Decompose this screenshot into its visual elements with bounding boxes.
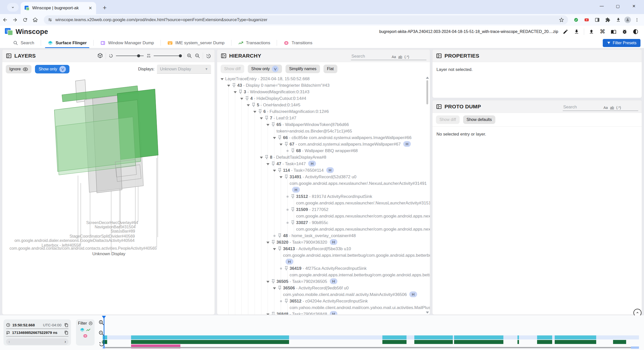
tree-node[interactable]: LayerTraceEntry - 2024-04-18, 15:50:52.6… [217,76,430,82]
tab-window-manager-dump[interactable]: Window Manager Dump [94,38,160,48]
pin-icon[interactable] [291,220,295,225]
reload-button[interactable] [20,15,30,25]
filter-collapse-icon[interactable] [89,321,93,326]
flat-button[interactable]: Flat [324,65,337,73]
pin-icon[interactable] [277,233,282,238]
displays-dropdown[interactable]: Unknown Display▼ [157,65,211,74]
side-panel-icon[interactable] [593,15,602,25]
timeline-track[interactable] [103,315,641,350]
expand-caret-icon[interactable] [279,144,283,146]
back-button[interactable] [0,15,10,25]
pin-icon[interactable] [271,279,275,284]
expand-caret-icon[interactable] [266,281,269,283]
tab-close-button[interactable]: ✕ [87,5,94,11]
simplify-names-button[interactable]: Simplify names [286,65,320,73]
tab-search[interactable]: Search [7,38,41,48]
tree-node[interactable]: 6 - FullscreenMagnification:0:12#6 [217,108,430,115]
pin-icon[interactable] [258,109,262,114]
next-entry-button[interactable]: › [65,339,66,344]
pin-icon[interactable] [291,207,295,212]
extension-youtube-icon[interactable] [582,15,591,25]
collapse-panel-icon[interactable] [436,104,442,110]
zoom-in-icon[interactable] [187,53,192,59]
tree-node[interactable]: 7 - Leaf:0:1#7 [217,115,430,121]
scroll-up-icon[interactable] [426,77,429,79]
pin-icon[interactable] [284,299,289,303]
expand-caret-icon[interactable] [266,242,269,244]
regex-icon[interactable]: (.*) [616,106,621,110]
expand-caret-icon[interactable] [279,176,283,178]
tree-node[interactable]: 68 - Wallpaper BBQ wrapper#68 [217,148,430,154]
match-case-icon[interactable]: Aa [603,106,608,110]
tree-node[interactable]: 36320 - Task=7900#36320H [217,239,430,246]
zoom-out-icon[interactable] [195,53,200,59]
extension-adblock-icon[interactable] [572,15,581,25]
pin-icon[interactable] [251,103,256,107]
pin-icon[interactable] [271,240,275,244]
window-minimize-button[interactable]: — [594,0,610,12]
tab-search-button[interactable] [7,3,19,12]
forward-button[interactable] [10,15,20,25]
tree-node[interactable]: 43 - Display 0 name="Integrierter Bildsc… [217,82,430,89]
tree-node[interactable]: 31512 - 81917d ActivityRecordInputSink c… [217,193,430,206]
proto-show-diff-button[interactable]: Show diff [436,115,460,124]
tree-node[interactable]: 36505 - Task=7902#36505H [217,278,430,285]
match-word-icon[interactable]: ab [398,55,402,59]
pin-icon[interactable] [264,155,269,159]
timeline-scroll-thumb[interactable] [631,346,639,349]
tab-surface-flinger[interactable]: Surface Flinger [41,38,93,48]
upload-icon[interactable] [588,28,595,35]
layers-3d-canvas[interactable]: Unknown Display ScreenDecorHwcOverlay#64… [2,76,215,315]
expand-caret-icon[interactable] [266,314,269,315]
tree-node[interactable]: 31491 - ActivityRecord{52d3872 u0 com.go… [217,174,430,193]
pin-icon[interactable] [284,266,289,271]
regex-icon[interactable]: (.*) [405,55,409,59]
spacing-slider[interactable] [154,56,181,56]
expand-caret-icon[interactable] [273,137,276,139]
collapse-panel-icon[interactable] [221,53,227,59]
pin-icon[interactable] [264,116,269,120]
pin-icon[interactable] [284,142,289,146]
window-close-button[interactable]: ✕ [626,0,642,12]
show-defaults-button[interactable]: Show defaults [463,115,496,124]
download-trace-icon[interactable] [573,28,580,35]
tab-transactions[interactable]: Transactions [231,38,277,48]
expand-caret-icon[interactable] [227,85,230,87]
new-tab-button[interactable]: + [101,4,109,12]
tree-node[interactable]: 5 - OneHanded:0:14#5 [217,102,430,108]
show-only-v-toggle-hierarchy[interactable]: Show only V [248,65,282,73]
report-bug-icon[interactable] [621,28,628,35]
hierarchy-search-input[interactable] [351,54,389,59]
ignore-button[interactable]: Ignore [6,65,31,73]
pin-icon[interactable] [277,286,282,290]
expand-caret-icon[interactable] [266,163,269,165]
surface-flinger-trace-icon[interactable] [80,327,85,332]
pin-icon[interactable] [277,135,282,140]
url-bar[interactable]: winscope.teams.x20web.corp.google.com/pr… [44,15,568,24]
tab-transitions[interactable]: Transitions [277,38,319,48]
filter-presets-button[interactable]: Filter Presets [603,39,640,47]
expand-caret-icon[interactable] [260,117,263,119]
prev-entry-button[interactable]: ‹ [9,339,10,344]
transactions-trace-icon[interactable] [86,327,91,332]
expand-caret-icon[interactable] [273,170,276,172]
tree-node[interactable]: 36506 - ActivityRecord{9edb56f u0 com.ya… [217,285,430,298]
pin-icon[interactable] [277,168,282,172]
pin-icon[interactable] [291,194,295,199]
extensions-puzzle-icon[interactable] [603,15,612,25]
show-diff-button[interactable]: Show diff [221,65,244,73]
current-time[interactable]: 15:50:52.668 [12,323,35,327]
pin-icon[interactable] [232,83,236,88]
tree-node[interactable]: 67 - com.android.systemui.wallpapers.Ima… [217,141,430,148]
pin-icon[interactable] [271,122,275,127]
tree-node[interactable]: 65 - WallpaperWindowToken{87b6d66 token=… [217,121,430,135]
transitions-trace-icon[interactable] [83,333,88,338]
pin-icon[interactable] [291,148,295,153]
browser-tab[interactable]: Winscope | bugreport-ak ✕ [21,2,96,14]
show-only-v-toggle-layers[interactable]: Show only V [35,65,69,73]
collapse-panel-icon[interactable] [436,53,442,59]
downloads-icon[interactable] [614,15,623,25]
window-maximize-button[interactable]: ▢ [610,0,626,12]
scroll-down-icon[interactable] [426,312,429,314]
tree-node[interactable]: 36848 - Task=7906#36848H [217,311,430,315]
